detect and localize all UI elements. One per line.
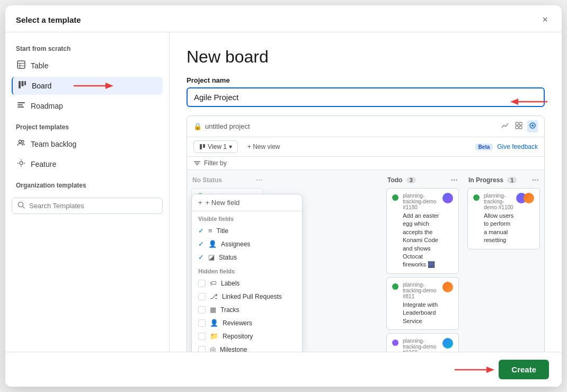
svg-marker-35 bbox=[486, 367, 494, 373]
column-todo-header: Todo 3 ··· bbox=[386, 175, 459, 185]
column-in-progress-menu[interactable]: ··· bbox=[532, 175, 539, 185]
dropdown-item-title[interactable]: ✓ ≡ Title bbox=[192, 224, 302, 237]
preview-icons bbox=[500, 120, 538, 132]
svg-rect-0 bbox=[17, 61, 25, 68]
preview-project-name: 🔒 untitled project bbox=[193, 122, 250, 130]
beta-badge: Beta bbox=[475, 144, 493, 150]
from-scratch-label: Start from scratch bbox=[16, 45, 163, 52]
svg-rect-25 bbox=[516, 126, 518, 129]
grid-icon[interactable] bbox=[513, 120, 524, 132]
svg-rect-23 bbox=[516, 122, 518, 125]
dropdown-item-assignees[interactable]: ✓ 👤 Assignees bbox=[192, 237, 302, 251]
svg-rect-4 bbox=[19, 81, 21, 88]
dropdown-item-milestone[interactable]: ◎ Milestone bbox=[192, 343, 302, 352]
main-content: New board Project name 🔒 untitled projec… bbox=[170, 32, 562, 352]
status-dot bbox=[473, 194, 480, 201]
dropdown-item-pull-requests[interactable]: ⎇ Linked Pull Requests bbox=[192, 290, 302, 303]
svg-rect-24 bbox=[519, 122, 522, 125]
plus-icon: + bbox=[198, 199, 202, 207]
svg-point-28 bbox=[531, 124, 534, 127]
org-templates-label: Organization templates bbox=[16, 182, 163, 189]
dropdown-item-labels[interactable]: 🏷 Labels bbox=[192, 277, 302, 290]
repo-field-icon: 📁 bbox=[210, 332, 218, 340]
sidebar: Start from scratch Table bbox=[5, 32, 170, 352]
svg-point-14 bbox=[20, 162, 23, 165]
check-status-icon: ✓ bbox=[198, 253, 204, 261]
sidebar-item-team-backlog-label: Team backlog bbox=[31, 140, 76, 148]
dropdown-item-tracks[interactable]: ▦ Tracks bbox=[192, 303, 302, 316]
avatar bbox=[442, 338, 453, 349]
check-reviewers-icon bbox=[198, 319, 206, 327]
visible-fields-label: Visible fields bbox=[192, 211, 302, 224]
labels-field-icon: 🏷 bbox=[210, 279, 217, 287]
project-name-input[interactable] bbox=[187, 87, 545, 107]
check-pr-icon bbox=[198, 293, 206, 300]
svg-point-13 bbox=[22, 140, 24, 142]
svg-rect-9 bbox=[17, 102, 25, 103]
sidebar-item-team-backlog[interactable]: Team backlog bbox=[12, 135, 163, 153]
svg-line-20 bbox=[23, 207, 25, 209]
preview-tabs-bar: View 1 ▾ + New view Beta Give feedback bbox=[187, 137, 544, 157]
search-icon bbox=[17, 201, 25, 210]
lock-icon: 🔒 bbox=[193, 122, 202, 130]
search-input[interactable] bbox=[29, 202, 157, 210]
preview-area: 🔒 untitled project bbox=[187, 115, 545, 352]
roadmap-icon bbox=[17, 101, 25, 111]
svg-rect-29 bbox=[200, 144, 202, 149]
search-box[interactable] bbox=[12, 198, 163, 214]
sidebar-item-board-label: Board bbox=[32, 82, 51, 90]
status-dot bbox=[392, 340, 398, 346]
view-1-tab[interactable]: View 1 ▾ bbox=[193, 140, 238, 153]
status-dot bbox=[392, 283, 398, 290]
avatar bbox=[524, 193, 534, 203]
table-row: planning-tracking-demo #811 Integrate wi… bbox=[386, 277, 459, 330]
field-dropdown: + + New field Visible fields ✓ ≡ Title ✓ bbox=[191, 194, 303, 352]
project-name-label: Project name bbox=[187, 76, 545, 84]
new-view-btn[interactable]: + New view bbox=[242, 141, 286, 153]
reviewers-field-icon: 👤 bbox=[210, 319, 218, 327]
board-icon bbox=[18, 81, 26, 91]
dropdown-item-status[interactable]: ✓ ◪ Status bbox=[192, 251, 302, 264]
column-todo: Todo 3 ··· planning-tracking-demo #1180 bbox=[382, 175, 463, 352]
sidebar-item-roadmap[interactable]: Roadmap bbox=[12, 97, 163, 115]
column-no-status-label: No Status bbox=[192, 176, 222, 184]
feature-icon bbox=[17, 159, 25, 170]
table-row: planning-tracking-demo #1060 Poly Fiber … bbox=[386, 333, 459, 352]
svg-rect-30 bbox=[203, 144, 205, 148]
board-title: New board bbox=[187, 47, 545, 67]
sidebar-item-roadmap-label: Roadmap bbox=[31, 102, 63, 110]
check-repo-icon bbox=[198, 333, 206, 340]
avatar bbox=[442, 193, 453, 203]
give-feedback-link[interactable]: Give feedback bbox=[497, 143, 538, 150]
column-in-progress-header: In Progress 1 ··· bbox=[467, 175, 540, 185]
avatar bbox=[442, 282, 453, 292]
check-milestone-icon bbox=[198, 346, 206, 352]
sidebar-item-table[interactable]: Table bbox=[12, 57, 163, 75]
svg-marker-8 bbox=[105, 83, 113, 89]
modal-header: Select a template × bbox=[5, 5, 562, 32]
create-button[interactable]: Create bbox=[499, 360, 549, 379]
check-labels-icon bbox=[198, 280, 206, 287]
new-field-btn[interactable]: + + New field bbox=[192, 194, 302, 211]
dropdown-item-repository[interactable]: 📁 Repository bbox=[192, 329, 302, 343]
chart-icon[interactable] bbox=[500, 120, 510, 132]
svg-rect-10 bbox=[17, 104, 23, 105]
svg-point-12 bbox=[19, 140, 22, 143]
check-tracks-icon bbox=[198, 306, 206, 314]
modal-body: Start from scratch Table bbox=[5, 32, 562, 352]
column-in-progress: In Progress 1 ··· planning-tracking-demo… bbox=[463, 175, 544, 352]
svg-rect-5 bbox=[22, 81, 24, 86]
sidebar-item-board[interactable]: Board bbox=[12, 77, 163, 95]
board-view-icon[interactable] bbox=[527, 120, 538, 132]
assignees-field-icon: 👤 bbox=[208, 240, 217, 248]
column-todo-menu[interactable]: ··· bbox=[451, 175, 458, 185]
column-no-status-menu[interactable]: ··· bbox=[256, 175, 263, 185]
sidebar-item-feature[interactable]: Feature bbox=[12, 155, 163, 173]
team-icon bbox=[17, 139, 25, 149]
board-area: + + New field Visible fields ✓ ≡ Title ✓ bbox=[187, 170, 544, 352]
project-templates-label: Project templates bbox=[16, 123, 163, 131]
filter-bar: Filter by bbox=[187, 157, 544, 170]
status-field-icon: ◪ bbox=[208, 253, 215, 261]
dropdown-item-reviewers[interactable]: 👤 Reviewers bbox=[192, 316, 302, 329]
close-button[interactable]: × bbox=[539, 14, 551, 25]
